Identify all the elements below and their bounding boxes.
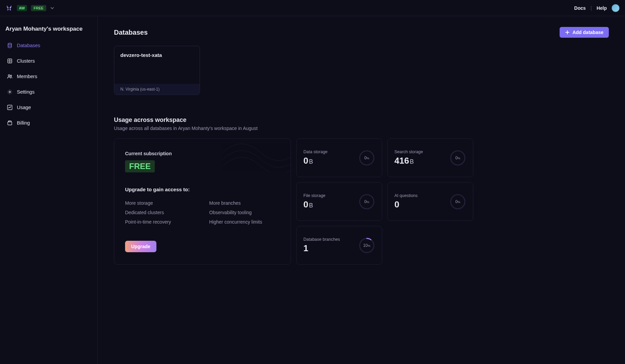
add-database-button[interactable]: Add database — [560, 27, 609, 38]
metric-data-storage: Data storage 0B 0% — [296, 138, 382, 177]
sidebar-item-billing[interactable]: Billing — [0, 117, 97, 129]
metric-gauge: 0% — [358, 193, 375, 210]
sidebar-item-label: Usage — [17, 105, 31, 110]
usage-icon — [7, 104, 13, 110]
upgrade-button[interactable]: Upgrade — [125, 241, 156, 252]
sidebar-item-label: Members — [17, 74, 37, 79]
sidebar-item-label: Clusters — [17, 58, 35, 64]
sidebar-item-settings[interactable]: Settings — [0, 86, 97, 98]
usage-section: Usage across workspace Usage across all … — [114, 117, 609, 265]
subscription-plan-badge: FREE — [125, 160, 155, 172]
database-icon — [7, 42, 13, 48]
benefit-item: More storage — [125, 200, 196, 206]
topbar: AW FREE Docs | Help — [0, 0, 625, 16]
metric-database-branches: Database branches 1 10% — [296, 226, 382, 265]
docs-link[interactable]: Docs — [574, 5, 586, 11]
metric-gauge: 0% — [449, 150, 466, 166]
benefit-item: Dedicated clusters — [125, 210, 196, 215]
sidebar-item-usage[interactable]: Usage — [0, 102, 97, 113]
metric-gauge: 10% — [358, 237, 375, 254]
svg-point-5 — [10, 75, 12, 76]
usage-section-subtitle: Usage across all databases in Aryan Moha… — [114, 126, 609, 131]
upgrade-title: Upgrade to gain access to: — [125, 187, 280, 192]
main-content: Databases Add database devzero-test-xata… — [98, 16, 625, 364]
topbar-right: Docs | Help — [574, 4, 620, 12]
database-name: devzero-test-xata — [120, 52, 194, 58]
metrics-grid: Data storage 0B 0% Search storage 416B — [296, 138, 473, 265]
metric-label: Data storage — [303, 150, 328, 154]
sidebar-item-members[interactable]: Members — [0, 71, 97, 82]
plan-badge: FREE — [31, 5, 46, 11]
metric-file-storage: File storage 0B 0% — [296, 182, 382, 221]
logo-icon[interactable] — [5, 4, 13, 12]
metric-gauge: 0% — [358, 150, 375, 166]
benefit-item: Observability tooling — [209, 210, 280, 215]
metric-label: Database branches — [303, 237, 340, 242]
add-database-label: Add database — [572, 30, 603, 35]
database-card[interactable]: devzero-test-xata N. Virginia (us-east-1… — [114, 46, 200, 95]
chevron-down-icon[interactable] — [50, 6, 54, 10]
svg-point-6 — [9, 91, 11, 93]
usage-grid: Current subscription FREE Upgrade to gai… — [114, 138, 609, 265]
benefits-list: More storage More branches Dedicated clu… — [125, 200, 280, 225]
divider: | — [591, 5, 592, 11]
svg-point-4 — [8, 75, 10, 76]
usage-section-title: Usage across workspace — [114, 117, 609, 124]
svg-point-0 — [8, 43, 12, 45]
subscription-card: Current subscription FREE Upgrade to gai… — [114, 138, 291, 265]
metric-label: Search storage — [394, 150, 423, 154]
sidebar-item-label: Billing — [17, 120, 30, 126]
plus-icon — [565, 30, 570, 35]
benefit-item: More branches — [209, 200, 280, 206]
page-title: Databases — [114, 29, 148, 36]
billing-icon — [7, 120, 13, 126]
clusters-icon — [7, 58, 13, 64]
metric-search-storage: Search storage 416B 0% — [387, 138, 473, 177]
metric-value: 0B — [303, 156, 328, 166]
subscription-label: Current subscription — [125, 151, 280, 156]
workspace-badge[interactable]: AW — [17, 5, 27, 11]
svg-rect-8 — [8, 122, 12, 125]
workspace-title: Aryan Mohanty's workspace — [0, 26, 97, 40]
database-region: N. Virginia (us-east-1) — [114, 84, 200, 95]
page-header: Databases Add database — [114, 27, 609, 38]
metric-value: 1 — [303, 243, 340, 254]
members-icon — [7, 73, 13, 79]
help-link[interactable]: Help — [597, 5, 607, 11]
topbar-left: AW FREE — [5, 4, 54, 12]
benefit-item: Higher concurrency limits — [209, 219, 280, 225]
gear-icon — [7, 89, 13, 95]
database-card-body: devzero-test-xata — [114, 46, 200, 84]
avatar[interactable] — [612, 4, 620, 12]
metric-label: File storage — [303, 193, 325, 198]
nav-items: Databases Clusters Members Settings Usag… — [0, 40, 97, 133]
metric-gauge: 0% — [449, 193, 466, 210]
metric-ai-questions: AI questions 0 0% — [387, 182, 473, 221]
metric-value: 0B — [303, 199, 325, 210]
sidebar: Aryan Mohanty's workspace Databases Clus… — [0, 16, 98, 364]
benefit-item: Point-in-time recovery — [125, 219, 196, 225]
metric-value: 0 — [394, 199, 418, 210]
sidebar-item-databases[interactable]: Databases — [0, 40, 97, 51]
metric-value: 416B — [394, 156, 423, 166]
sidebar-item-label: Settings — [17, 89, 34, 95]
metric-label: AI questions — [394, 193, 418, 198]
sidebar-item-clusters[interactable]: Clusters — [0, 55, 97, 67]
sidebar-item-label: Databases — [17, 43, 40, 48]
